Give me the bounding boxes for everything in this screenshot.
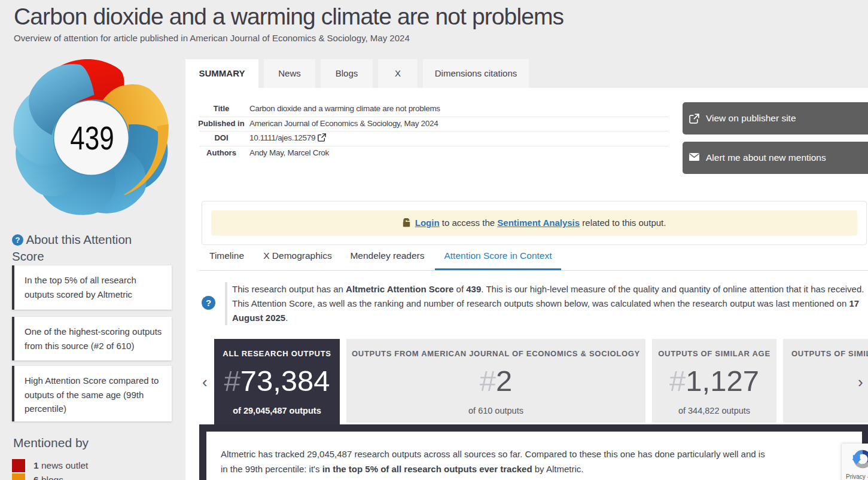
svg-text:439: 439: [70, 120, 114, 157]
